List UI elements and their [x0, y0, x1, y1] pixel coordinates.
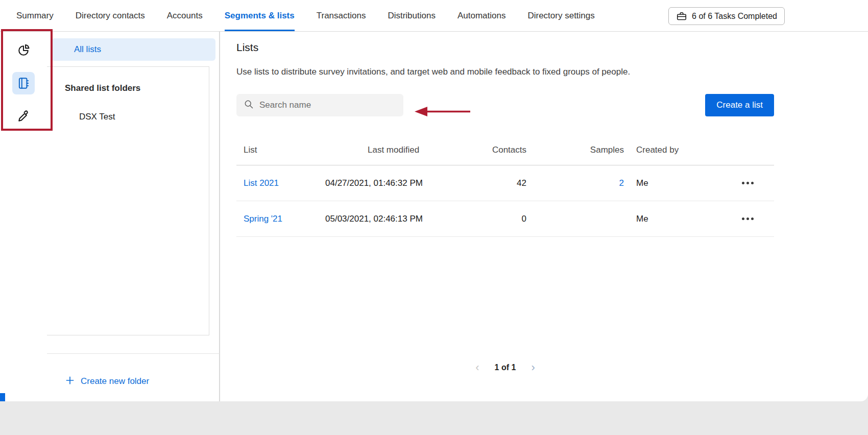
- lists-table: List Last modified Contacts Samples Crea…: [236, 135, 774, 237]
- created-by-cell: Me: [624, 178, 710, 188]
- more-options-icon: [742, 218, 754, 220]
- page-description: Use lists to distribute survey invitatio…: [236, 66, 868, 78]
- tab-distributions[interactable]: Distributions: [388, 0, 436, 31]
- tab-directory-contacts[interactable]: Directory contacts: [76, 0, 145, 31]
- plus-icon: [65, 375, 75, 388]
- contacts-cell: 42: [449, 178, 532, 188]
- contacts-book-icon[interactable]: [12, 72, 35, 94]
- contacts-cell: 0: [449, 214, 532, 224]
- search-input[interactable]: [259, 100, 387, 110]
- tab-accounts[interactable]: Accounts: [167, 0, 203, 31]
- tasks-completed-label: 6 of 6 Tasks Completed: [692, 12, 777, 21]
- pagination-next-icon[interactable]: ›: [531, 362, 535, 373]
- row-actions-button[interactable]: [742, 215, 754, 222]
- icon-rail: [0, 32, 47, 401]
- create-new-folder-button[interactable]: Create new folder: [65, 375, 149, 388]
- created-by-cell: Me: [624, 214, 710, 224]
- last-modified-cell: 05/03/2021, 02:46:13 PM: [318, 214, 449, 224]
- briefcase-icon: [676, 11, 687, 22]
- pie-chart-icon[interactable]: [13, 40, 34, 61]
- search-icon: [244, 99, 254, 111]
- tab-summary[interactable]: Summary: [16, 0, 54, 31]
- list-name-link[interactable]: List 2021: [244, 178, 279, 188]
- nav-tabs: Summary Directory contacts Accounts Segm…: [16, 0, 595, 31]
- table-row: List 2021 04/27/2021, 01:46:32 PM 42 2 M…: [236, 165, 774, 201]
- column-header-last-modified: Last modified: [318, 145, 449, 155]
- app-window: Summary Directory contacts Accounts Segm…: [0, 0, 868, 401]
- table-row: Spring '21 05/03/2021, 02:46:13 PM 0 Me: [236, 201, 774, 237]
- eyedropper-icon[interactable]: [13, 106, 34, 127]
- column-header-created-by: Created by: [624, 145, 710, 155]
- search-box[interactable]: [236, 94, 403, 116]
- top-navigation: Summary Directory contacts Accounts Segm…: [0, 0, 868, 32]
- list-controls: Create a list: [236, 94, 868, 116]
- lists-sidebar: All lists Shared list folders DSX Test C…: [47, 32, 220, 401]
- last-modified-cell: 04/27/2021, 01:46:32 PM: [318, 178, 449, 188]
- corner-accent: [0, 393, 5, 401]
- folder-item-dsx-test[interactable]: DSX Test: [79, 112, 115, 122]
- tab-directory-settings[interactable]: Directory settings: [527, 0, 594, 31]
- column-header-contacts: Contacts: [449, 145, 532, 155]
- list-name-link[interactable]: Spring '21: [244, 214, 282, 224]
- shared-folders-panel: Shared list folders DSX Test: [47, 66, 209, 335]
- pagination-prev-icon[interactable]: ‹: [475, 362, 479, 373]
- column-header-samples: Samples: [532, 145, 624, 155]
- row-actions-button[interactable]: [742, 180, 754, 186]
- page-title: Lists: [236, 41, 868, 54]
- pagination: ‹ 1 of 1 ›: [236, 362, 774, 373]
- create-list-button[interactable]: Create a list: [705, 94, 774, 116]
- lists-main: Lists Use lists to distribute survey inv…: [220, 32, 868, 401]
- sidebar-divider: [47, 353, 220, 354]
- shared-folders-header: Shared list folders: [65, 83, 140, 93]
- tasks-completed-button[interactable]: 6 of 6 Tasks Completed: [668, 7, 785, 25]
- sidebar-item-all-lists[interactable]: All lists: [51, 38, 215, 61]
- more-options-icon: [742, 182, 754, 184]
- table-header-row: List Last modified Contacts Samples Crea…: [236, 135, 774, 165]
- pagination-label: 1 of 1: [495, 363, 516, 372]
- column-header-list: List: [236, 145, 318, 155]
- samples-link[interactable]: 2: [619, 178, 624, 188]
- tab-automations[interactable]: Automations: [457, 0, 506, 31]
- tab-segments-lists[interactable]: Segments & lists: [225, 0, 295, 31]
- tab-transactions[interactable]: Transactions: [317, 0, 366, 31]
- create-new-folder-label: Create new folder: [81, 376, 149, 386]
